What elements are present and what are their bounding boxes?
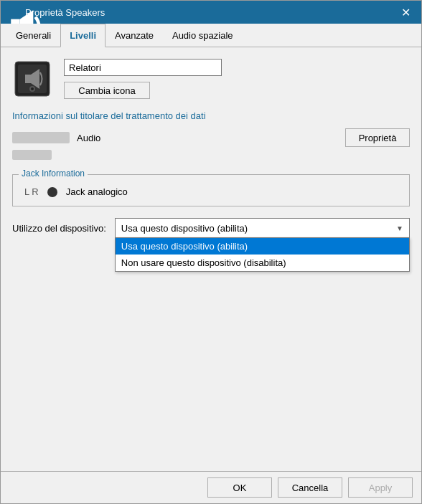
tab-avanzate[interactable]: Avanzate <box>106 24 163 47</box>
device-section: Cambia icona <box>12 59 410 99</box>
tab-livelli[interactable]: Livelli <box>60 24 106 47</box>
jack-content: L R Jack analogico <box>24 184 398 197</box>
dropdown-item-disable[interactable]: Non usare questo dispositivo (disabilita… <box>116 255 409 271</box>
data-row-container: Audio Proprietà <box>12 128 410 147</box>
dropdown-item-enable[interactable]: Usa questo dispositivo (abilita) <box>116 238 409 255</box>
jack-lr-label: L R <box>24 186 39 197</box>
apply-button[interactable]: Apply <box>348 477 413 498</box>
dropdown-menu: Usa questo dispositivo (abilita) Non usa… <box>115 237 410 272</box>
device-use-section: Utilizzo del dispositivo: Usa questo dis… <box>12 218 410 238</box>
window-title: Proprietà Speakers <box>25 7 395 18</box>
tab-generali[interactable]: Generali <box>6 24 60 47</box>
svg-rect-4 <box>25 75 31 83</box>
jack-dot-icon <box>47 187 57 197</box>
tab-audio-spaziale[interactable]: Audio spaziale <box>163 24 243 47</box>
footer: OK Cancella Apply <box>1 471 421 503</box>
window: Proprietà Speakers ✕ Generali Livelli Av… <box>0 0 422 504</box>
dropdown-container: Usa questo dispositivo (abilita) ▼ Usa q… <box>115 218 410 238</box>
data-row: Audio <box>12 132 345 143</box>
dropdown-selected-label: Usa questo dispositivo (abilita) <box>121 223 248 234</box>
device-use-dropdown[interactable]: Usa questo dispositivo (abilita) ▼ <box>115 218 410 238</box>
section-label: Informazioni sul titolare del trattament… <box>12 110 410 121</box>
placeholder-bar-long <box>12 132 70 143</box>
device-icon <box>12 59 52 99</box>
placeholder-bar-short <box>12 150 52 160</box>
jack-section: Jack Information L R Jack analogico <box>12 174 410 206</box>
properties-button[interactable]: Proprietà <box>345 128 410 147</box>
cancel-button[interactable]: Cancella <box>278 477 342 498</box>
tab-bar: Generali Livelli Avanzate Audio spaziale <box>1 24 421 47</box>
window-icon <box>6 6 19 19</box>
main-content: Cambia icona Informazioni sul titolare d… <box>1 47 421 471</box>
audio-label: Audio <box>77 133 100 143</box>
jack-legend-label: Jack Information <box>19 168 88 179</box>
data-holder-section: Informazioni sul titolare del trattament… <box>12 110 410 160</box>
data-row-2 <box>12 150 410 160</box>
device-info: Cambia icona <box>64 59 222 99</box>
jack-type-label: Jack analogico <box>66 186 128 197</box>
title-bar: Proprietà Speakers ✕ <box>1 1 421 24</box>
ok-button[interactable]: OK <box>207 477 272 498</box>
close-button[interactable]: ✕ <box>395 2 416 22</box>
change-icon-button[interactable]: Cambia icona <box>64 82 150 99</box>
svg-point-7 <box>31 87 34 90</box>
chevron-down-icon: ▼ <box>396 224 403 232</box>
device-use-label: Utilizzo del dispositivo: <box>12 223 106 234</box>
device-name-input[interactable] <box>64 59 222 76</box>
